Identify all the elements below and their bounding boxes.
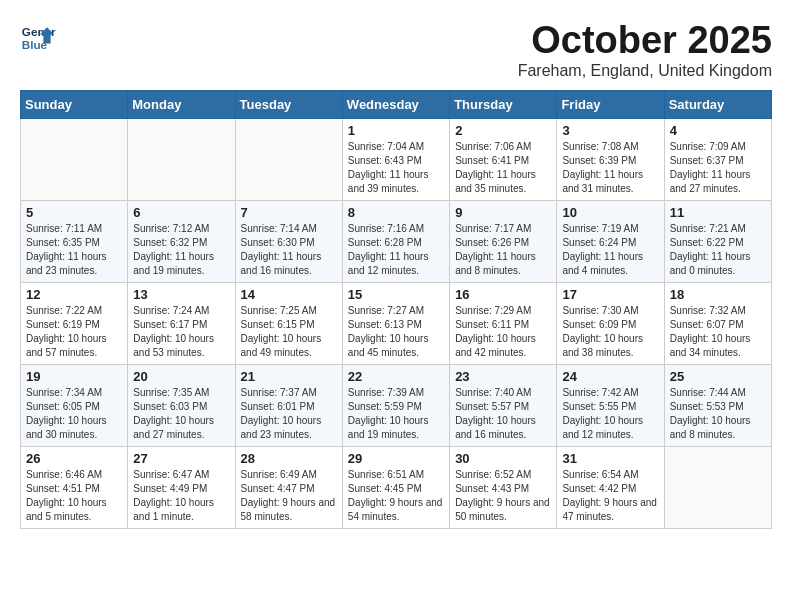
day-info: Sunrise: 7:08 AM Sunset: 6:39 PM Dayligh… <box>562 140 658 196</box>
day-info: Sunrise: 7:22 AM Sunset: 6:19 PM Dayligh… <box>26 304 122 360</box>
calendar-cell <box>128 118 235 200</box>
calendar-cell: 24Sunrise: 7:42 AM Sunset: 5:55 PM Dayli… <box>557 364 664 446</box>
calendar-cell: 7Sunrise: 7:14 AM Sunset: 6:30 PM Daylig… <box>235 200 342 282</box>
title-area: October 2025 Fareham, England, United Ki… <box>518 20 772 80</box>
calendar-cell: 29Sunrise: 6:51 AM Sunset: 4:45 PM Dayli… <box>342 446 449 528</box>
calendar-cell: 9Sunrise: 7:17 AM Sunset: 6:26 PM Daylig… <box>450 200 557 282</box>
day-number: 27 <box>133 451 229 466</box>
calendar-cell: 31Sunrise: 6:54 AM Sunset: 4:42 PM Dayli… <box>557 446 664 528</box>
calendar-cell: 27Sunrise: 6:47 AM Sunset: 4:49 PM Dayli… <box>128 446 235 528</box>
calendar-cell: 23Sunrise: 7:40 AM Sunset: 5:57 PM Dayli… <box>450 364 557 446</box>
day-info: Sunrise: 7:04 AM Sunset: 6:43 PM Dayligh… <box>348 140 444 196</box>
day-info: Sunrise: 7:32 AM Sunset: 6:07 PM Dayligh… <box>670 304 766 360</box>
day-info: Sunrise: 7:16 AM Sunset: 6:28 PM Dayligh… <box>348 222 444 278</box>
weekday-header-saturday: Saturday <box>664 90 771 118</box>
day-info: Sunrise: 6:51 AM Sunset: 4:45 PM Dayligh… <box>348 468 444 524</box>
day-number: 22 <box>348 369 444 384</box>
calendar-cell: 17Sunrise: 7:30 AM Sunset: 6:09 PM Dayli… <box>557 282 664 364</box>
calendar-cell: 1Sunrise: 7:04 AM Sunset: 6:43 PM Daylig… <box>342 118 449 200</box>
calendar-cell <box>21 118 128 200</box>
day-number: 19 <box>26 369 122 384</box>
day-info: Sunrise: 7:14 AM Sunset: 6:30 PM Dayligh… <box>241 222 337 278</box>
day-number: 26 <box>26 451 122 466</box>
day-info: Sunrise: 6:47 AM Sunset: 4:49 PM Dayligh… <box>133 468 229 524</box>
calendar-week-5: 26Sunrise: 6:46 AM Sunset: 4:51 PM Dayli… <box>21 446 772 528</box>
calendar-cell <box>664 446 771 528</box>
day-info: Sunrise: 7:39 AM Sunset: 5:59 PM Dayligh… <box>348 386 444 442</box>
day-info: Sunrise: 6:54 AM Sunset: 4:42 PM Dayligh… <box>562 468 658 524</box>
weekday-header-wednesday: Wednesday <box>342 90 449 118</box>
day-number: 10 <box>562 205 658 220</box>
day-number: 13 <box>133 287 229 302</box>
day-number: 9 <box>455 205 551 220</box>
day-info: Sunrise: 7:24 AM Sunset: 6:17 PM Dayligh… <box>133 304 229 360</box>
calendar-week-3: 12Sunrise: 7:22 AM Sunset: 6:19 PM Dayli… <box>21 282 772 364</box>
day-info: Sunrise: 7:19 AM Sunset: 6:24 PM Dayligh… <box>562 222 658 278</box>
calendar-cell: 26Sunrise: 6:46 AM Sunset: 4:51 PM Dayli… <box>21 446 128 528</box>
day-number: 20 <box>133 369 229 384</box>
day-number: 28 <box>241 451 337 466</box>
day-number: 5 <box>26 205 122 220</box>
day-number: 2 <box>455 123 551 138</box>
calendar-cell: 30Sunrise: 6:52 AM Sunset: 4:43 PM Dayli… <box>450 446 557 528</box>
calendar-cell <box>235 118 342 200</box>
calendar-cell: 10Sunrise: 7:19 AM Sunset: 6:24 PM Dayli… <box>557 200 664 282</box>
calendar-cell: 14Sunrise: 7:25 AM Sunset: 6:15 PM Dayli… <box>235 282 342 364</box>
day-info: Sunrise: 7:37 AM Sunset: 6:01 PM Dayligh… <box>241 386 337 442</box>
day-number: 29 <box>348 451 444 466</box>
day-info: Sunrise: 7:11 AM Sunset: 6:35 PM Dayligh… <box>26 222 122 278</box>
calendar-cell: 4Sunrise: 7:09 AM Sunset: 6:37 PM Daylig… <box>664 118 771 200</box>
weekday-header-thursday: Thursday <box>450 90 557 118</box>
day-number: 15 <box>348 287 444 302</box>
day-number: 25 <box>670 369 766 384</box>
weekday-header-friday: Friday <box>557 90 664 118</box>
calendar-cell: 21Sunrise: 7:37 AM Sunset: 6:01 PM Dayli… <box>235 364 342 446</box>
day-number: 14 <box>241 287 337 302</box>
calendar-cell: 11Sunrise: 7:21 AM Sunset: 6:22 PM Dayli… <box>664 200 771 282</box>
day-info: Sunrise: 6:52 AM Sunset: 4:43 PM Dayligh… <box>455 468 551 524</box>
day-number: 31 <box>562 451 658 466</box>
day-info: Sunrise: 7:30 AM Sunset: 6:09 PM Dayligh… <box>562 304 658 360</box>
day-number: 7 <box>241 205 337 220</box>
header: General Blue October 2025 Fareham, Engla… <box>20 20 772 80</box>
logo-icon: General Blue <box>20 20 56 56</box>
calendar-cell: 19Sunrise: 7:34 AM Sunset: 6:05 PM Dayli… <box>21 364 128 446</box>
day-number: 8 <box>348 205 444 220</box>
day-info: Sunrise: 6:46 AM Sunset: 4:51 PM Dayligh… <box>26 468 122 524</box>
calendar-cell: 15Sunrise: 7:27 AM Sunset: 6:13 PM Dayli… <box>342 282 449 364</box>
day-number: 17 <box>562 287 658 302</box>
day-info: Sunrise: 7:06 AM Sunset: 6:41 PM Dayligh… <box>455 140 551 196</box>
day-info: Sunrise: 7:35 AM Sunset: 6:03 PM Dayligh… <box>133 386 229 442</box>
weekday-header-monday: Monday <box>128 90 235 118</box>
calendar-cell: 3Sunrise: 7:08 AM Sunset: 6:39 PM Daylig… <box>557 118 664 200</box>
calendar-cell: 25Sunrise: 7:44 AM Sunset: 5:53 PM Dayli… <box>664 364 771 446</box>
calendar-cell: 13Sunrise: 7:24 AM Sunset: 6:17 PM Dayli… <box>128 282 235 364</box>
calendar-cell: 6Sunrise: 7:12 AM Sunset: 6:32 PM Daylig… <box>128 200 235 282</box>
day-info: Sunrise: 7:34 AM Sunset: 6:05 PM Dayligh… <box>26 386 122 442</box>
day-number: 16 <box>455 287 551 302</box>
weekday-header-tuesday: Tuesday <box>235 90 342 118</box>
day-info: Sunrise: 7:09 AM Sunset: 6:37 PM Dayligh… <box>670 140 766 196</box>
day-number: 30 <box>455 451 551 466</box>
day-info: Sunrise: 7:12 AM Sunset: 6:32 PM Dayligh… <box>133 222 229 278</box>
day-number: 6 <box>133 205 229 220</box>
month-title: October 2025 <box>518 20 772 62</box>
day-number: 24 <box>562 369 658 384</box>
day-info: Sunrise: 7:29 AM Sunset: 6:11 PM Dayligh… <box>455 304 551 360</box>
calendar-cell: 20Sunrise: 7:35 AM Sunset: 6:03 PM Dayli… <box>128 364 235 446</box>
day-number: 23 <box>455 369 551 384</box>
calendar-cell: 12Sunrise: 7:22 AM Sunset: 6:19 PM Dayli… <box>21 282 128 364</box>
calendar-table: SundayMondayTuesdayWednesdayThursdayFrid… <box>20 90 772 529</box>
calendar-cell: 2Sunrise: 7:06 AM Sunset: 6:41 PM Daylig… <box>450 118 557 200</box>
logo: General Blue <box>20 20 56 56</box>
day-number: 21 <box>241 369 337 384</box>
day-info: Sunrise: 7:27 AM Sunset: 6:13 PM Dayligh… <box>348 304 444 360</box>
location-title: Fareham, England, United Kingdom <box>518 62 772 80</box>
day-number: 12 <box>26 287 122 302</box>
day-number: 18 <box>670 287 766 302</box>
calendar-cell: 28Sunrise: 6:49 AM Sunset: 4:47 PM Dayli… <box>235 446 342 528</box>
weekday-header-row: SundayMondayTuesdayWednesdayThursdayFrid… <box>21 90 772 118</box>
day-number: 3 <box>562 123 658 138</box>
calendar-week-4: 19Sunrise: 7:34 AM Sunset: 6:05 PM Dayli… <box>21 364 772 446</box>
calendar-cell: 5Sunrise: 7:11 AM Sunset: 6:35 PM Daylig… <box>21 200 128 282</box>
